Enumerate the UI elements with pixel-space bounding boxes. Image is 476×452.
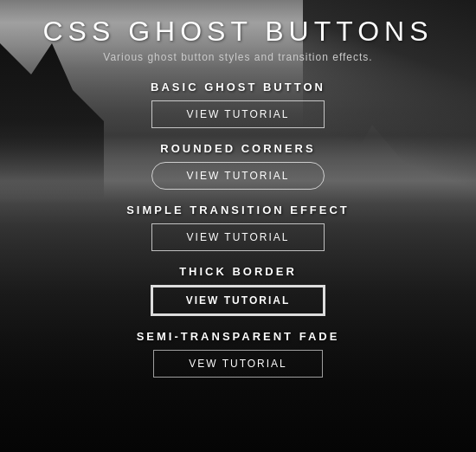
section-title-transition: SIMPLE TRANSITION EFFECT	[126, 203, 350, 216]
section-title-fade: SEMI-TRANSPARENT FADE	[137, 330, 340, 343]
section-title-rounded: ROUNDED CORNERS	[160, 142, 315, 155]
section-fade: SEMI-TRANSPARENT FADE Vew Tutorial	[0, 330, 476, 378]
page-content: CSS GHOST BUTTONS Various ghost button s…	[0, 16, 476, 391]
view-tutorial-transition-button[interactable]: View Tutorial	[151, 223, 325, 251]
page-background: CSS GHOST BUTTONS Various ghost button s…	[0, 0, 476, 452]
view-tutorial-basic-button[interactable]: View Tutorial	[151, 100, 325, 128]
section-title-thick: THICK BORDER	[179, 265, 297, 278]
section-transition: SIMPLE TRANSITION EFFECT View Tutorial	[0, 203, 476, 251]
page-subtitle: Various ghost button styles and transiti…	[103, 51, 372, 63]
page-title: CSS GHOST BUTTONS	[42, 16, 433, 48]
view-tutorial-rounded-button[interactable]: View Tutorial	[151, 162, 325, 190]
view-tutorial-thick-button[interactable]: View Tutorial	[151, 285, 325, 316]
section-basic: BASIC GHOST BUTTON View Tutorial	[0, 81, 476, 128]
section-thick: THICK BORDER View Tutorial	[0, 265, 476, 316]
view-tutorial-fade-button[interactable]: Vew Tutorial	[153, 350, 323, 378]
section-rounded: ROUNDED CORNERS View Tutorial	[0, 142, 476, 190]
section-title-basic: BASIC GHOST BUTTON	[151, 81, 325, 94]
